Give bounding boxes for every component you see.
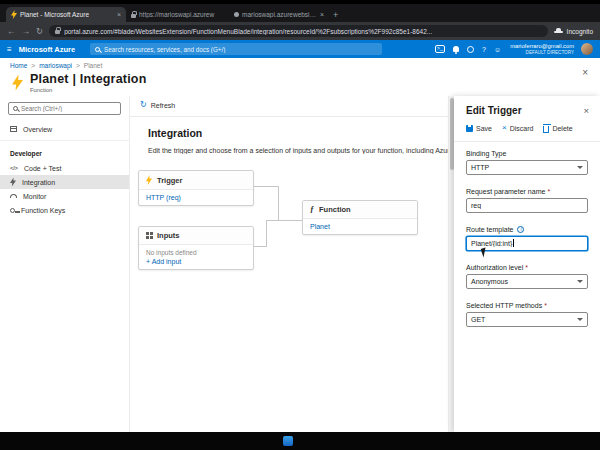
address-bar[interactable]: portal.azure.com/#blade/WebsitesExtensio…: [49, 25, 547, 37]
sidebar-search[interactable]: [8, 102, 121, 115]
function-planet-link[interactable]: Planet: [310, 223, 330, 230]
taskbar-app-icon[interactable]: [283, 436, 293, 446]
add-input-link[interactable]: + Add input: [146, 258, 181, 265]
tab-strip: Planet - Microsoft Azure × https://mario…: [0, 4, 600, 22]
authorization-level-select[interactable]: Anonymous: [466, 274, 588, 289]
required-marker: *: [525, 264, 528, 271]
help-icon[interactable]: ?: [482, 46, 486, 53]
panel-title: Edit Trigger: [466, 105, 522, 116]
chevron-down-icon: [577, 166, 583, 169]
function-favicon-icon: [11, 10, 17, 19]
cloud-shell-icon[interactable]: >_: [435, 45, 445, 53]
breadcrumb-separator: >: [76, 62, 80, 69]
monitor-icon: [10, 194, 17, 199]
save-button[interactable]: Save: [466, 125, 492, 132]
browser-toolbar: ← → ↻ portal.azure.com/#blade/WebsitesEx…: [0, 22, 600, 40]
function-glyph-icon: ƒ: [310, 205, 314, 214]
trigger-http-link[interactable]: HTTP (req): [146, 194, 181, 201]
integration-description: Edit the trigger and choose from a selec…: [148, 147, 448, 154]
refresh-icon: ↻: [140, 101, 147, 109]
feedback-icon[interactable]: ☺: [494, 46, 501, 53]
integration-heading: Integration: [148, 127, 202, 139]
http-methods-select[interactable]: GET: [466, 312, 588, 327]
search-icon: [13, 106, 18, 111]
delete-button[interactable]: Delete: [543, 124, 572, 133]
field-request-parameter: Request parameter name * req: [466, 188, 588, 213]
new-tab-button[interactable]: +: [333, 10, 338, 22]
discard-button[interactable]: × Discard: [502, 124, 533, 132]
trigger-bolt-icon: [146, 175, 152, 185]
portal-menu-icon[interactable]: ≡: [7, 45, 12, 54]
trigger-card: Trigger HTTP (req): [138, 170, 254, 206]
sidebar-item-function-keys[interactable]: Function Keys: [0, 203, 129, 217]
account-directory: DEFAULT DIRECTORY: [510, 50, 574, 56]
text-caret: [513, 239, 514, 247]
panel-fields: Binding Type HTTP Request parameter name…: [454, 142, 600, 327]
tab-title: marioswapi.azurewebsites: [242, 11, 317, 18]
tab-planet[interactable]: Planet - Microsoft Azure ×: [6, 7, 126, 22]
reload-button[interactable]: ↻: [36, 27, 43, 36]
trash-icon: [543, 126, 549, 133]
lock-icon: [131, 14, 136, 18]
blade-close-button[interactable]: ×: [582, 68, 588, 78]
incognito-label: Incognito: [567, 28, 593, 35]
integration-icon: [10, 178, 16, 187]
sidebar-item-code-test[interactable]: </> Code + Test: [0, 161, 129, 175]
info-icon[interactable]: i: [517, 226, 524, 233]
gear-icon[interactable]: [467, 46, 474, 53]
connector-line: [278, 186, 279, 221]
sidebar-item-overview[interactable]: Overview: [0, 122, 129, 136]
toolbar-divider: [130, 116, 448, 117]
inputs-grid-icon: [146, 232, 149, 235]
tab-swapi-site[interactable]: marioswapi.azurewebsites ×: [229, 7, 329, 22]
refresh-button[interactable]: ↻ Refresh: [140, 101, 175, 109]
sidebar-search-input[interactable]: [21, 105, 116, 112]
url-text: portal.azure.com/#blade/WebsitesExtensio…: [64, 28, 432, 35]
breadcrumb-app[interactable]: marioswapi: [39, 62, 72, 69]
account-info[interactable]: marioferraro@gmail.com DEFAULT DIRECTORY: [510, 43, 574, 55]
tab-swapi-url[interactable]: https://marioswapi.azurew: [126, 7, 229, 22]
browser-chrome: Planet - Microsoft Azure × https://mario…: [0, 4, 600, 40]
chevron-down-icon: [577, 318, 583, 321]
request-parameter-input[interactable]: req: [466, 198, 588, 213]
topbar-icons: >_ ? ☺: [435, 45, 501, 53]
close-icon[interactable]: ×: [320, 11, 324, 18]
trigger-card-body: HTTP (req): [139, 190, 253, 205]
inputs-card: Inputs No inputs defined + Add input: [138, 226, 254, 270]
connector-line: [254, 186, 278, 187]
inputs-card-body: No inputs defined + Add input: [139, 245, 253, 269]
binding-type-select[interactable]: HTTP: [466, 160, 588, 175]
field-label: Binding Type: [466, 150, 506, 157]
required-marker: *: [547, 188, 550, 195]
required-marker: *: [544, 302, 547, 309]
field-binding-type: Binding Type HTTP: [466, 150, 588, 175]
sidebar-item-monitor[interactable]: Monitor: [0, 189, 129, 203]
title-row: Planet | Integration Function: [0, 69, 600, 93]
back-button[interactable]: ←: [7, 27, 16, 36]
search-icon: [95, 47, 100, 52]
panel-toolbar: Save × Discard Delete: [454, 122, 600, 142]
global-search[interactable]: [90, 43, 382, 55]
global-search-input[interactable]: [104, 46, 377, 53]
page-subtitle: Function: [30, 87, 147, 93]
sidebar-item-integration[interactable]: Integration: [0, 175, 129, 189]
connector-line: [266, 220, 302, 221]
notifications-icon[interactable]: [453, 46, 459, 52]
incognito-icon: [554, 28, 563, 35]
forward-button[interactable]: →: [22, 27, 31, 36]
avatar[interactable]: [581, 43, 593, 55]
bottom-bar: [0, 432, 600, 450]
breadcrumb-home[interactable]: Home: [10, 62, 27, 69]
panel-close-button[interactable]: ×: [583, 106, 589, 116]
close-icon[interactable]: ×: [117, 11, 121, 18]
blade-header: Home > marioswapi > Planet × Planet | In…: [0, 58, 600, 96]
screen: Planet - Microsoft Azure × https://mario…: [0, 0, 600, 450]
discard-icon: ×: [502, 124, 507, 132]
blade-body: Overview Developer </> Code + Test Integ…: [0, 96, 600, 432]
field-label: Authorization level: [466, 264, 523, 271]
portal-blade: Home > marioswapi > Planet × Planet | In…: [0, 58, 600, 432]
code-icon: </>: [10, 165, 18, 171]
lock-icon: [55, 30, 60, 34]
breadcrumb: Home > marioswapi > Planet: [0, 58, 600, 69]
azure-brand[interactable]: Microsoft Azure: [19, 45, 75, 54]
